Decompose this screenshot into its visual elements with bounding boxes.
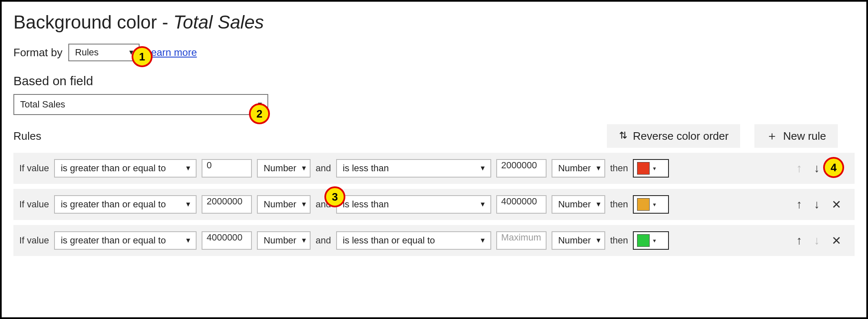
and-label: and bbox=[316, 235, 331, 246]
title-prefix: Background color bbox=[13, 12, 157, 32]
reverse-color-order-button[interactable]: Reverse color order bbox=[607, 124, 740, 148]
rule-row: If value is greater than or equal to▼ 20… bbox=[13, 189, 855, 220]
format-by-select[interactable]: Rules ▼ bbox=[68, 44, 140, 61]
page-title: Background color - Total Sales bbox=[13, 12, 855, 33]
value-2-input[interactable]: 2000000 bbox=[496, 159, 547, 178]
then-label: then bbox=[610, 199, 628, 210]
color-picker[interactable]: ▾ bbox=[633, 231, 669, 250]
move-down-icon[interactable]: ↓ bbox=[814, 162, 820, 175]
color-picker[interactable]: ▾ bbox=[633, 195, 669, 214]
chevron-down-icon: ▼ bbox=[301, 237, 307, 244]
value-1-input[interactable]: 2000000 bbox=[202, 195, 252, 214]
rule-row: If value is greater than or equal to▼ 0 … bbox=[13, 153, 855, 184]
plus-icon: ＋ bbox=[766, 130, 778, 142]
callout-3: 3 bbox=[324, 186, 345, 207]
title-field: Total Sales bbox=[174, 12, 264, 32]
chevron-down-icon: ▾ bbox=[653, 201, 656, 208]
based-on-field-value: Total Sales bbox=[20, 99, 65, 110]
rules-header: Rules Reverse color order ＋ New rule bbox=[13, 124, 855, 148]
move-down-icon: ↓ bbox=[814, 234, 820, 247]
if-value-label: If value bbox=[19, 235, 49, 246]
value-1-input[interactable]: 4000000 bbox=[202, 231, 252, 250]
callout-4: 4 bbox=[823, 157, 844, 178]
if-value-label: If value bbox=[19, 163, 49, 174]
color-swatch bbox=[637, 234, 650, 247]
then-label: then bbox=[610, 235, 628, 246]
operator-1-select[interactable]: is greater than or equal to▼ bbox=[54, 195, 197, 214]
rules-container: If value is greater than or equal to▼ 0 … bbox=[13, 153, 855, 256]
value-1-input[interactable]: 0 bbox=[202, 159, 252, 178]
type-1-select[interactable]: Number▼ bbox=[257, 195, 311, 214]
chevron-down-icon: ▼ bbox=[301, 201, 307, 208]
chevron-down-icon: ▼ bbox=[301, 165, 307, 172]
chevron-down-icon: ▾ bbox=[653, 165, 656, 172]
chevron-down-icon: ▼ bbox=[185, 201, 192, 208]
move-down-icon[interactable]: ↓ bbox=[814, 198, 820, 211]
close-icon[interactable]: ✕ bbox=[832, 198, 841, 212]
operator-1-select[interactable]: is greater than or equal to▼ bbox=[54, 231, 197, 250]
based-on-field-select[interactable]: Total Sales ▼ bbox=[13, 94, 268, 115]
swap-icon bbox=[619, 130, 628, 143]
rules-label: Rules bbox=[13, 130, 41, 143]
chevron-down-icon: ▼ bbox=[595, 237, 602, 244]
chevron-down-icon: ▾ bbox=[653, 237, 656, 244]
based-on-field-heading: Based on field bbox=[13, 74, 855, 88]
color-swatch bbox=[637, 198, 650, 211]
callout-2: 2 bbox=[249, 103, 270, 124]
value-2-input[interactable]: 4000000 bbox=[496, 195, 547, 214]
chevron-down-icon: ▼ bbox=[479, 165, 486, 172]
value-2-input[interactable]: Maximum bbox=[496, 231, 547, 250]
chevron-down-icon: ▼ bbox=[595, 201, 602, 208]
operator-2-select[interactable]: is less than or equal to▼ bbox=[336, 231, 491, 250]
chevron-down-icon: ▼ bbox=[479, 237, 486, 244]
and-label: and bbox=[316, 163, 331, 174]
rule-actions: ↑ ↓ ✕ bbox=[796, 234, 849, 248]
chevron-down-icon: ▼ bbox=[185, 237, 192, 244]
type-2-select[interactable]: Number▼ bbox=[552, 159, 605, 178]
callout-1: 1 bbox=[132, 46, 153, 67]
chevron-down-icon: ▼ bbox=[595, 165, 602, 172]
new-rule-button[interactable]: ＋ New rule bbox=[754, 124, 838, 148]
rule-actions: ↑ ↓ ✕ bbox=[796, 198, 849, 212]
type-2-select[interactable]: Number▼ bbox=[552, 231, 605, 250]
chevron-down-icon: ▼ bbox=[185, 165, 192, 172]
type-1-select[interactable]: Number▼ bbox=[257, 231, 311, 250]
dialog-frame: Background color - Total Sales Format by… bbox=[0, 0, 868, 319]
format-by-label: Format by bbox=[13, 46, 62, 59]
type-1-select[interactable]: Number▼ bbox=[257, 159, 311, 178]
operator-2-select[interactable]: is less than▼ bbox=[336, 159, 491, 178]
then-label: then bbox=[610, 163, 628, 174]
move-up-icon[interactable]: ↑ bbox=[796, 198, 802, 211]
action-buttons: Reverse color order ＋ New rule bbox=[607, 124, 855, 148]
type-2-select[interactable]: Number▼ bbox=[552, 195, 605, 214]
color-picker[interactable]: ▾ bbox=[633, 159, 669, 178]
move-up-icon[interactable]: ↑ bbox=[796, 234, 802, 247]
learn-more-link[interactable]: Learn more bbox=[145, 47, 197, 58]
chevron-down-icon: ▼ bbox=[479, 201, 486, 208]
operator-2-select[interactable]: is less than▼ bbox=[336, 195, 491, 214]
if-value-label: If value bbox=[19, 199, 49, 210]
move-up-icon: ↑ bbox=[796, 162, 802, 175]
color-swatch bbox=[637, 162, 650, 175]
rule-row: If value is greater than or equal to▼ 40… bbox=[13, 225, 855, 256]
format-by-value: Rules bbox=[75, 47, 98, 58]
operator-1-select[interactable]: is greater than or equal to▼ bbox=[54, 159, 197, 178]
close-icon[interactable]: ✕ bbox=[832, 234, 841, 248]
